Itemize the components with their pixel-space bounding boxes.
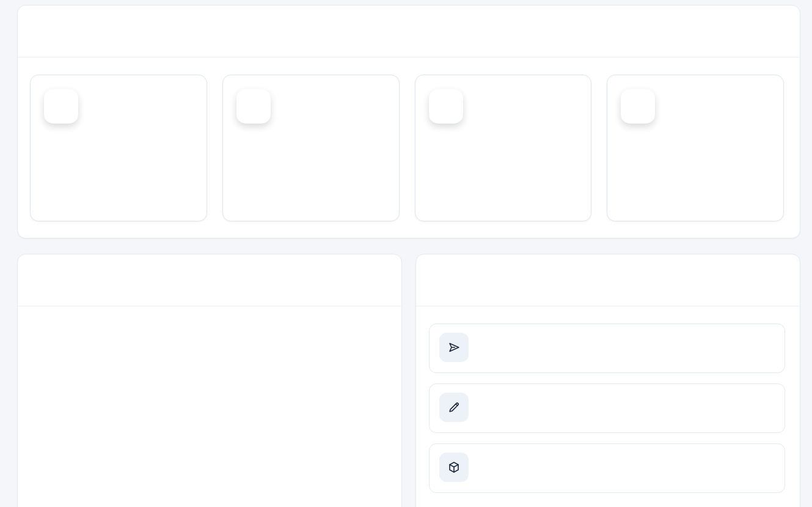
pencil-icon [236, 89, 271, 124]
activity-item-content-generated[interactable] [429, 383, 785, 433]
activity-line-chart [18, 331, 403, 498]
writer-modules-panel [17, 5, 800, 239]
activity-item-content-published[interactable] [429, 324, 785, 373]
module-card-images[interactable] [415, 75, 592, 221]
send-icon [621, 89, 655, 124]
module-card-published[interactable] [607, 75, 784, 221]
chart-panel-header [18, 254, 401, 306]
modules-grid [18, 57, 800, 221]
send-icon [439, 333, 469, 362]
activity-item-images-generated[interactable] [429, 443, 785, 493]
content-creation-activity-panel [17, 254, 402, 507]
recent-panel-header [416, 254, 800, 306]
pencil-icon [439, 393, 469, 422]
cube-icon [439, 453, 469, 482]
activity-body [483, 333, 758, 340]
activity-body [483, 453, 758, 460]
module-card-content[interactable] [222, 75, 400, 221]
module-card-tasks[interactable] [30, 75, 207, 221]
recent-activity-list [416, 306, 800, 493]
writer-modules-header [18, 6, 800, 57]
recent-activity-panel [415, 254, 800, 507]
activity-body [483, 393, 758, 400]
file-text-icon [44, 89, 78, 124]
cube-icon [429, 89, 463, 124]
